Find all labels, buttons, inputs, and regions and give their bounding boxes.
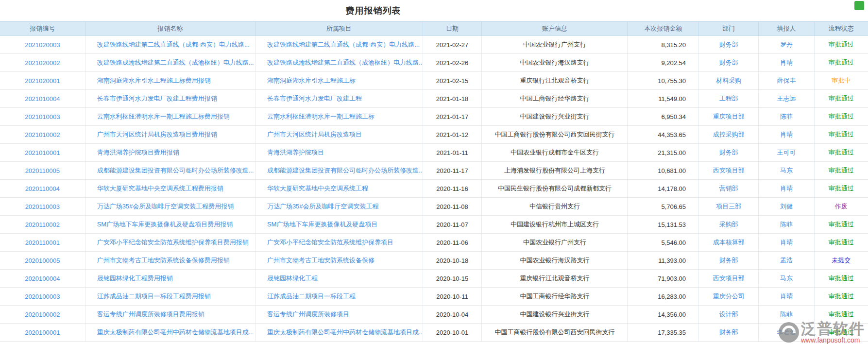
cell-name[interactable]: 广州市天河区统计局机房改造项目费用报销 [85,126,255,144]
cell-id[interactable]: 2020100004 [0,270,85,288]
cell-project[interactable]: 云南水利枢纽潜明水库一期工程施工标 [255,108,423,126]
cell-name[interactable]: 湖南洞庭湖水库引水工程施工标费用报销 [85,72,255,90]
cell-dept[interactable]: 成本核算部 [699,234,759,252]
cell-dept[interactable]: 采购部 [699,216,759,234]
cell-id[interactable]: 2020110005 [0,162,85,180]
cell-name[interactable]: 万达广场35#会所及咖啡厅空调安装工程费用报销 [85,198,255,216]
cell-id[interactable]: 2021020003 [0,36,85,54]
cell-creator[interactable]: 王志远 [759,90,814,108]
cell-project[interactable]: 万达广场35#会所及咖啡厅空调安装工程 [255,198,423,216]
cell-creator[interactable]: 肖晴 [759,180,814,198]
cell-id[interactable]: 2021010003 [0,108,85,126]
cell-dept[interactable]: 成控采购部 [699,126,759,144]
cell-project[interactable]: 江苏成品油二期项目一标段工程 [255,288,423,306]
cell-id[interactable]: 2020100002 [0,306,85,324]
cell-creator[interactable]: 肖晴 [759,288,814,306]
cell-creator[interactable]: 肖晴 [759,126,814,144]
cell-id[interactable]: 2020100005 [0,252,85,270]
cell-project[interactable]: 长春市伊通河水力发电厂改建工程 [255,90,423,108]
cell-name[interactable]: 广州市文物考古工地安防系统设备保修费用报销 [85,252,255,270]
table-row: 2020100001重庆太极制药有限公司亳州中药材仓储物流基地项目成...重庆太… [0,324,868,342]
cell-id[interactable]: 2020100001 [0,324,85,342]
cell-dept[interactable]: 财务部 [699,36,759,54]
cell-creator[interactable]: 罗丹 [759,36,814,54]
cell-creator[interactable]: 陈菲 [759,108,814,126]
cell-id[interactable]: 2020110004 [0,180,85,198]
cell-id[interactable]: 2020110003 [0,198,85,216]
cell-project[interactable]: 改建铁路线增建第二线直通线（成都-西安）电力线路... [255,36,423,54]
cell-name[interactable]: 广安邓小平纪念馆安全防范系统维护保养项目费用报销 [85,234,255,252]
cell-status: 审批通过 [814,306,868,324]
cell-name[interactable]: SM广场地下车库更换摄像机及硬盘项目费用报销 [85,216,255,234]
cell-id[interactable]: 2020110002 [0,216,85,234]
cell-dept[interactable]: 财务部 [699,144,759,162]
cell-project[interactable]: 成都能源建设集团投资有限公司临时办公场所装修改造... [255,162,423,180]
cell-dept[interactable]: 营销部 [699,180,759,198]
cell-project[interactable]: 改建铁路成渝线增建第二直通线（成渝枢纽）电力线路... [255,54,423,72]
cell-id[interactable]: 2020100003 [0,288,85,306]
cell-creator[interactable]: 陈菲 [759,306,814,324]
cell-account: 中国农业银行广州支行 [482,234,628,252]
table-row: 2020100004晟铭园林绿化工程费用报销晟铭园林绿化工程2020-10-15… [0,270,868,288]
table-row: 2021020003改建铁路线增建第二线直通线（成都-西安）电力线路...改建铁… [0,36,868,54]
table-row: 2020100005广州市文物考古工地安防系统设备保修费用报销广州市文物考古工地… [0,252,868,270]
cell-creator[interactable]: 刘健 [759,198,814,216]
cell-name[interactable]: 成都能源建设集团投资有限公司临时办公场所装修改造... [85,162,255,180]
cell-status: 审批通过 [814,216,868,234]
cell-account: 重庆银行江北观音桥支行 [482,270,628,288]
cell-name[interactable]: 青海洪湖养护院项目费用报销 [85,144,255,162]
cell-dept[interactable]: 西安项目部 [699,270,759,288]
cell-creator[interactable]: 王可可 [759,144,814,162]
cell-id[interactable]: 2020110001 [0,234,85,252]
cell-dept[interactable]: 工程部 [699,90,759,108]
green-square-icon[interactable] [854,1,864,10]
cell-project[interactable]: 青海洪湖养护院项目 [255,144,423,162]
cell-status: 作废 [814,198,868,216]
cell-id[interactable]: 2021010002 [0,126,85,144]
cell-name[interactable]: 江苏成品油二期项目一标段工程费用报销 [85,288,255,306]
cell-dept[interactable]: 财务部 [699,324,759,342]
cell-project[interactable]: 广州市天河区统计局机房改造项目 [255,126,423,144]
cell-project[interactable]: 重庆太极制药有限公司亳州中药材仓储物流基地项目成... [255,324,423,342]
cell-creator[interactable]: 薛保丰 [759,72,814,90]
cell-date: 2020-11-07 [423,216,482,234]
cell-creator[interactable]: 肖晴 [759,54,814,72]
cell-date: 2020-11-08 [423,198,482,216]
cell-name[interactable]: 晟铭园林绿化工程费用报销 [85,270,255,288]
cell-dept[interactable]: 西安项目部 [699,162,759,180]
cell-dept[interactable]: 项目三部 [699,198,759,216]
cell-project[interactable]: 广州市文物考古工地安防系统设备保修 [255,252,423,270]
cell-creator[interactable]: 马东 [759,270,814,288]
cell-project[interactable]: 广安邓小平纪念馆安全防范系统维护保养项目 [255,234,423,252]
cell-dept[interactable]: 重庆项目部 [699,108,759,126]
cell-name[interactable]: 重庆太极制药有限公司亳州中药材仓储物流基地项目成... [85,324,255,342]
cell-project[interactable]: 华软大厦研究基地中央空调系统工程 [255,180,423,198]
cell-creator[interactable]: 陈菲 [759,216,814,234]
cell-dept[interactable]: 设计部 [699,306,759,324]
cell-dept[interactable]: 财务部 [699,252,759,270]
cell-amount: 14,178.00 [628,180,699,198]
cell-id[interactable]: 2021010004 [0,90,85,108]
cell-creator[interactable]: 马东 [759,162,814,180]
cell-name[interactable]: 长春市伊通河水力发电厂改建工程费用报销 [85,90,255,108]
cell-id[interactable]: 2021020001 [0,72,85,90]
cell-project[interactable]: 客运专线广州调度所装修项目 [255,306,423,324]
cell-project[interactable]: 湖南洞庭湖水库引水工程施工标 [255,72,423,90]
cell-date: 2021-02-27 [423,36,482,54]
cell-project[interactable]: SM广场地下车库更换摄像机及硬盘项目 [255,216,423,234]
cell-name[interactable]: 改建铁路成渝线增建第二直通线（成渝枢纽）电力线路... [85,54,255,72]
cell-id[interactable]: 2021010001 [0,144,85,162]
cell-name[interactable]: 云南水利枢纽潜明水库一期工程施工标费用报销 [85,108,255,126]
cell-dept[interactable]: 材料采购 [699,72,759,90]
cell-dept[interactable]: 财务部 [699,54,759,72]
cell-creator[interactable]: 孟浩 [759,252,814,270]
cell-account: 中国工商银行股份有限公司西安回民街支行 [482,324,628,342]
cell-creator[interactable]: 李若若 [759,324,814,342]
cell-name[interactable]: 华软大厦研究基地中央空调系统工程费用报销 [85,180,255,198]
cell-name[interactable]: 客运专线广州调度所装修项目费用报销 [85,306,255,324]
cell-dept[interactable]: 重庆分公司 [699,288,759,306]
cell-project[interactable]: 晟铭园林绿化工程 [255,270,423,288]
cell-name[interactable]: 改建铁路线增建第二线直通线（成都-西安）电力线路... [85,36,255,54]
cell-creator[interactable]: 肖晴 [759,234,814,252]
cell-id[interactable]: 2021020002 [0,54,85,72]
